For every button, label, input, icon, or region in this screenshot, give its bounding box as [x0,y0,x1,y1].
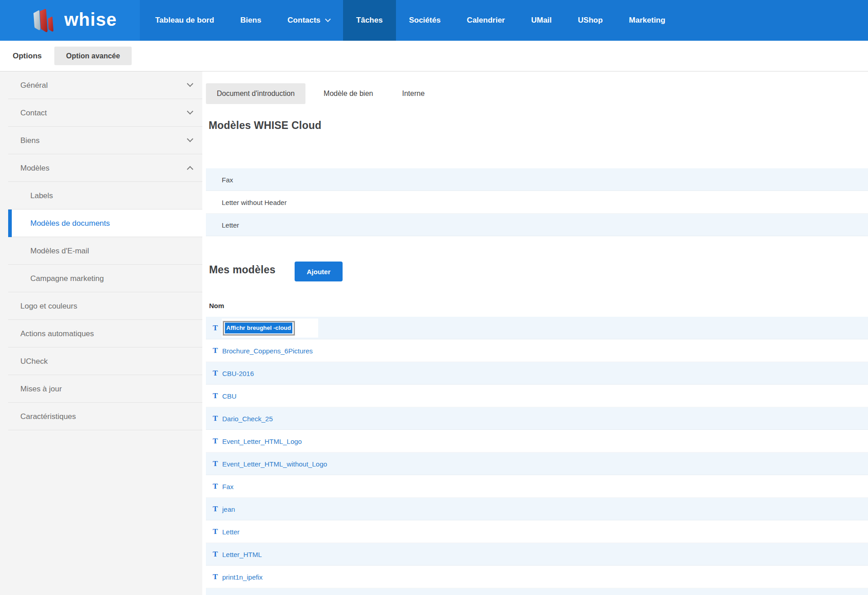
table-row[interactable]: T Fax [206,475,868,498]
table-row[interactable]: Letter [206,214,868,236]
brand-logo[interactable]: whise [0,0,140,41]
top-navigation-bar: whise Tableau de bord Biens Contacts Tâc… [0,0,868,41]
text-template-icon: T [213,482,219,491]
nav-item[interactable]: Contacts [274,0,343,41]
sidebar-item[interactable]: Modèles d'E-mail [0,237,202,265]
text-template-icon: T [213,505,219,514]
chevron-icon [187,108,193,114]
tab[interactable]: Modèle de bien [313,83,384,104]
sidebar-item[interactable]: Général [0,71,202,99]
tab[interactable]: Interne [391,83,435,104]
text-template-icon: T [213,324,219,333]
text-template-icon: T [213,572,219,581]
settings-sidebar: Général Contact Biens Modèles Labels Mod… [0,71,202,595]
nav-item[interactable]: Marketing [616,0,678,41]
sidebar-item[interactable]: Mises à jour [0,375,202,403]
nav-item[interactable]: Sociétés [396,0,454,41]
nav-item[interactable]: Calendrier [454,0,518,41]
sidebar-item[interactable]: Modèles de documents [8,209,202,237]
whise-logo-icon [31,7,57,34]
chevron-icon [187,136,193,142]
main-content: Document d'introduction Modèle de bien I… [202,71,868,595]
cloud-templates-title: Modèles WHISE Cloud [209,119,321,132]
table-row-editing: T Affichr breughel -cloud [206,317,868,339]
table-row[interactable]: T Letter_HTML [206,543,868,566]
text-template-icon: T [213,459,219,468]
sidebar-item[interactable]: Biens [0,127,202,154]
table-row[interactable]: Fax [206,168,868,191]
table-row[interactable]: T CBU [206,385,868,407]
sidebar-item[interactable]: UCheck [0,347,202,375]
table-row[interactable]: Letter without Header [206,191,868,214]
table-row[interactable]: T Dario_Check_25 [206,407,868,430]
chevron-icon [187,166,193,172]
options-label[interactable]: Options [13,41,42,71]
my-templates-title: Mes modèles [209,264,276,276]
my-templates-table: T Affichr breughel -cloud T Brochure_Cop… [206,317,868,595]
nav-item[interactable]: Tableau de bord [142,0,227,41]
text-template-icon: T [213,550,219,559]
nav-item[interactable]: UShop [565,0,616,41]
sidebar-item[interactable]: Campagne marketing [0,265,202,292]
partial-next-row [206,588,868,595]
sidebar-item[interactable]: Labels [0,182,202,209]
template-name-input[interactable]: Affichr breughel -cloud [223,321,295,335]
main-menu: Tableau de bord Biens Contacts Tâches So… [140,0,868,41]
nav-item[interactable]: Biens [227,0,274,41]
table-row[interactable]: T Event_Letter_HTML_Logo [206,430,868,452]
tab[interactable]: Document d'introduction [206,83,305,104]
text-template-icon: T [213,414,219,423]
text-template-icon: T [213,346,219,355]
options-toolbar: Options Option avancée [0,41,868,71]
sidebar-item[interactable]: Contact [0,99,202,127]
selected-text: Affichr breughel -cloud [225,323,292,333]
table-row[interactable]: T jean [206,498,868,520]
sidebar-item[interactable]: Caractéristiques [0,403,202,430]
brand-name: whise [64,10,117,30]
chevron-down-icon [325,16,331,22]
sidebar-item[interactable]: Logo et couleurs [0,292,202,320]
sidebar-item[interactable]: Modèles [0,154,202,182]
table-row[interactable]: T CBU-2016 [206,362,868,385]
nav-item[interactable]: Tâches [343,0,396,41]
table-row[interactable]: T Brochure_Coppens_6Pictures [206,339,868,362]
table-row[interactable]: T Event_Letter_HTML_without_Logo [206,452,868,475]
chevron-icon [187,81,193,87]
rename-field-wrapper: Affichr breughel -cloud [222,319,318,338]
content-tabs: Document d'introduction Modèle de bien I… [206,83,443,104]
add-template-button[interactable]: Ajouter [295,262,343,281]
my-column-header-nom: Nom [209,302,224,309]
nav-item[interactable]: UMail [518,0,565,41]
sidebar-item[interactable]: Actions automatiques [0,320,202,347]
cloud-templates-table: Fax Letter without Header Letter [206,168,868,236]
text-template-icon: T [213,437,219,446]
advanced-option-button[interactable]: Option avancée [54,47,132,65]
table-row[interactable]: T print1n_ipefix [206,566,868,588]
text-template-icon: T [213,369,219,378]
text-template-icon: T [213,527,219,536]
table-row[interactable]: T Letter [206,520,868,543]
text-template-icon: T [213,391,219,400]
